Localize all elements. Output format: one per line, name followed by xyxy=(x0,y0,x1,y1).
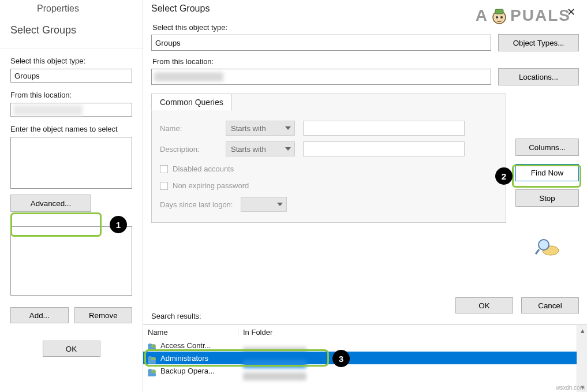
find-now-button[interactable]: Find Now xyxy=(515,164,579,181)
locations-button[interactable]: Locations... xyxy=(498,68,579,85)
blurred-text xyxy=(154,72,223,81)
name-input[interactable] xyxy=(303,121,465,136)
chevron-down-icon xyxy=(277,203,283,206)
search-folder-icon xyxy=(534,238,560,257)
ok-button[interactable]: OK xyxy=(455,297,513,313)
svg-point-1 xyxy=(539,240,549,250)
from-location-label-front: From this location: xyxy=(152,57,579,66)
from-location-input-front[interactable] xyxy=(151,69,491,85)
days-since-logon-label: Days since last logon: xyxy=(160,200,233,209)
group-icon xyxy=(147,355,157,364)
object-type-input[interactable] xyxy=(10,69,132,83)
add-button[interactable]: Add... xyxy=(10,307,69,323)
disabled-accounts-label: Disabled accounts xyxy=(173,165,234,173)
description-label: Description: xyxy=(160,145,218,154)
svg-rect-5 xyxy=(148,348,156,351)
blurred-text xyxy=(13,105,83,115)
search-results-grid: Name In Folder Access Contr... Administr… xyxy=(143,324,587,392)
result-row[interactable]: Backup Opera... xyxy=(143,364,587,377)
name-match-combo[interactable]: Starts with xyxy=(226,121,295,136)
group-icon xyxy=(147,342,157,352)
scrollbar[interactable]: ▴ ▾ xyxy=(577,325,587,392)
callout-3: 3 xyxy=(332,350,350,367)
properties-window: Properties Select Groups Select this obj… xyxy=(0,0,143,392)
common-queries-panel: Common Queries Name: Starts with Descrip… xyxy=(151,94,506,223)
column-header-folder[interactable]: In Folder xyxy=(238,328,587,337)
disabled-accounts-row: Disabled accounts xyxy=(160,165,498,173)
object-names-textarea[interactable] xyxy=(10,137,132,189)
appuals-watermark: A PUALS xyxy=(476,6,571,25)
non-expiring-row: Non expiring password xyxy=(160,181,498,190)
result-name: Access Contr... xyxy=(160,341,211,350)
name-label: Name: xyxy=(160,124,218,133)
non-expiring-checkbox[interactable] xyxy=(160,182,168,190)
tab-common-queries[interactable]: Common Queries xyxy=(151,94,232,111)
cancel-button[interactable]: Cancel xyxy=(521,297,579,313)
advanced-button[interactable]: Advanced... xyxy=(10,195,91,212)
search-results-label: Search results: xyxy=(151,312,201,320)
mascot-icon xyxy=(489,6,509,25)
results-header-row: Name In Folder xyxy=(143,325,587,339)
remove-button[interactable]: Remove xyxy=(74,307,133,323)
svg-rect-13 xyxy=(495,9,503,14)
non-expiring-label: Non expiring password xyxy=(173,181,249,190)
svg-rect-11 xyxy=(148,373,156,376)
blurred-text xyxy=(243,372,306,380)
svg-line-2 xyxy=(536,249,539,254)
object-type-input-front[interactable] xyxy=(151,35,491,51)
ok-button-back[interactable]: OK xyxy=(43,341,100,357)
from-location-input[interactable] xyxy=(10,103,132,117)
scroll-up-icon[interactable]: ▴ xyxy=(577,325,587,335)
svg-point-15 xyxy=(500,16,503,18)
select-groups-dialog: Select Groups ✕ Select this object type:… xyxy=(143,0,587,392)
callout-1: 1 xyxy=(110,216,127,233)
from-location-label: From this location: xyxy=(10,91,132,99)
column-header-name[interactable]: Name xyxy=(143,328,238,337)
svg-point-14 xyxy=(496,16,498,18)
select-groups-subtitle: Select Groups xyxy=(0,20,143,48)
result-row-selected[interactable]: Administrators xyxy=(143,352,587,364)
result-row[interactable]: Access Contr... xyxy=(143,339,587,352)
members-list[interactable] xyxy=(10,226,132,296)
group-icon xyxy=(147,368,157,377)
chevron-down-icon xyxy=(285,147,291,151)
object-type-label: Select this object type: xyxy=(10,57,132,65)
description-match-combo[interactable]: Starts with xyxy=(226,141,295,156)
columns-button[interactable]: Columns... xyxy=(515,139,579,156)
svg-rect-8 xyxy=(148,360,156,364)
properties-title: Properties xyxy=(0,0,143,20)
callout-2: 2 xyxy=(495,167,513,185)
enter-names-label: Enter the object names to select xyxy=(10,125,132,133)
source-watermark: wsxdn.com xyxy=(556,384,585,391)
result-name: Administrators xyxy=(160,354,208,363)
stop-button[interactable]: Stop xyxy=(515,189,579,207)
description-input[interactable] xyxy=(303,141,465,156)
object-types-button[interactable]: Object Types... xyxy=(498,34,579,51)
chevron-down-icon xyxy=(285,126,291,130)
disabled-accounts-checkbox[interactable] xyxy=(160,165,168,173)
result-name: Backup Opera... xyxy=(160,367,215,375)
days-since-logon-combo[interactable] xyxy=(241,197,287,212)
